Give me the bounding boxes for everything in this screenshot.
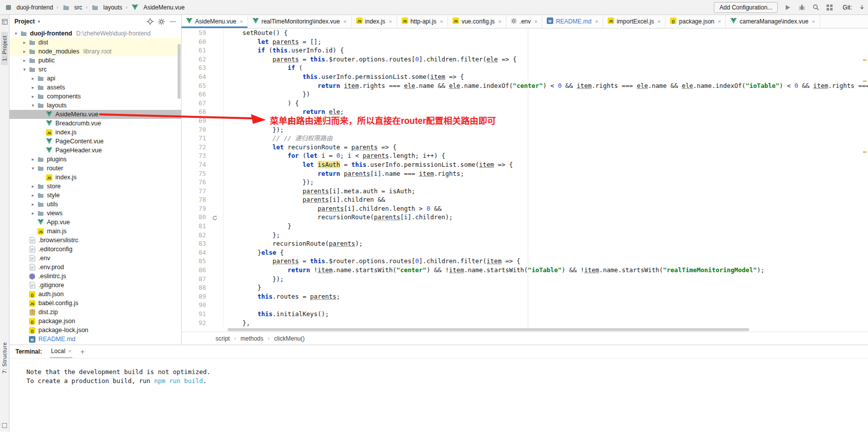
locate-file-icon[interactable] — [146, 17, 154, 26]
tab-.env[interactable]: .env× — [506, 15, 542, 28]
terminal-output[interactable]: Note that the development build is not o… — [9, 359, 868, 432]
code-line[interactable]: 71 // // 递归权限路由 — [182, 134, 868, 143]
breadcrumb-methods[interactable]: methods — [240, 335, 263, 342]
gear-icon[interactable] — [157, 17, 166, 26]
tree-item-style[interactable]: ▸style — [9, 191, 181, 200]
project-panel-title[interactable]: Project — [14, 18, 35, 25]
code-line[interactable]: 87 }); — [182, 275, 868, 284]
chevron-expanded-icon[interactable]: ▾ — [29, 166, 36, 171]
close-icon[interactable]: × — [595, 18, 598, 24]
code-line[interactable]: 92 }, — [182, 319, 868, 328]
chevron-collapsed-icon[interactable]: ▸ — [29, 157, 36, 162]
inspection-mark[interactable] — [863, 151, 867, 153]
tab-importExcel.js[interactable]: JSimportExcel.js× — [603, 15, 665, 28]
code-line[interactable]: 61 if (this.userInfo.id) { — [182, 46, 868, 55]
inspection-mark[interactable] — [863, 80, 867, 82]
breadcrumb-project[interactable]: duoji-frontend — [3, 3, 54, 12]
tab-index.js[interactable]: JSindex.js× — [352, 15, 397, 28]
code-line[interactable]: 60 let parents = []; — [182, 37, 868, 46]
code-line[interactable]: 89 this.routes = parents; — [182, 292, 868, 301]
code-line[interactable]: 69 } — [182, 116, 868, 125]
tree-item-babel.config.js[interactable]: JSbabel.config.js — [9, 299, 181, 308]
terminal-tab-local[interactable]: Local × — [50, 345, 72, 358]
tree-item-auth.json[interactable]: {}auth.json — [9, 290, 181, 299]
code-line[interactable]: 77 parents[i].meta.auth = isAuth; — [182, 187, 868, 196]
breadcrumb-layouts[interactable]: layouts — [90, 3, 123, 12]
tree-item-AsideMenu.vue[interactable]: AsideMenu.vue — [9, 110, 181, 119]
search-everywhere-icon[interactable] — [812, 3, 820, 11]
chevron-expanded-icon[interactable]: ▾ — [12, 31, 19, 36]
tree-item-PageContent.vue[interactable]: PageContent.vue — [9, 137, 181, 146]
tree-item-Breadcrumb.vue[interactable]: Breadcrumb.vue — [9, 119, 181, 128]
tree-item-.env[interactable]: .env — [9, 254, 181, 263]
add-configuration-button[interactable]: Add Configuration... — [714, 2, 778, 13]
close-icon[interactable]: × — [812, 18, 815, 24]
tree-item-public[interactable]: ▸public — [9, 56, 181, 65]
code-line[interactable]: 73 for (let i = 0; i < parents.length; i… — [182, 151, 868, 160]
tool-tab-structure[interactable]: 7: Structure — [1, 342, 7, 374]
breadcrumb-method-name[interactable]: clickMenu() — [274, 335, 304, 342]
tree-item-src[interactable]: ▾src — [9, 65, 181, 74]
code-line[interactable]: 75 return parents[i].name === item.right… — [182, 169, 868, 178]
code-line[interactable]: 59 setRoute() { — [182, 28, 868, 37]
code-line[interactable]: 64 this.userInfo.permissionList.some(ite… — [182, 72, 868, 81]
close-icon[interactable]: × — [389, 18, 392, 24]
code-line[interactable]: 81 } — [182, 222, 868, 231]
new-terminal-session-button[interactable]: + — [80, 348, 84, 356]
tree-item-router[interactable]: ▾router — [9, 164, 181, 173]
window-switcher-icon[interactable] — [0, 17, 8, 25]
code-line[interactable]: 67 ) { — [182, 99, 868, 108]
breadcrumb-file[interactable]: AsideMenu.vue — [130, 3, 186, 12]
tree-item-PageHeader.vue[interactable]: PageHeader.vue — [9, 146, 181, 155]
code-line[interactable]: 65 return item.rights === ele.name && el… — [182, 81, 868, 90]
tree-item-utils[interactable]: ▸utils — [9, 200, 181, 209]
tool-windows-icon[interactable] — [826, 3, 834, 11]
tree-item-layouts[interactable]: ▾layouts — [9, 101, 181, 110]
chevron-collapsed-icon[interactable]: ▸ — [21, 40, 28, 45]
close-icon[interactable]: × — [657, 18, 660, 24]
code-line[interactable]: 79 parents[i].children.length > 0 && — [182, 204, 868, 213]
tree-item-index.js[interactable]: JSindex.js — [9, 128, 181, 137]
tab-http-api.js[interactable]: JShttp-api.js× — [397, 15, 448, 28]
tree-item-components[interactable]: ▸components — [9, 92, 181, 101]
project-scrollbar[interactable] — [178, 44, 181, 99]
chevron-collapsed-icon[interactable]: ▸ — [29, 94, 36, 99]
run-icon[interactable] — [784, 3, 792, 11]
chevron-collapsed-icon[interactable]: ▸ — [29, 211, 36, 216]
hide-windows-icon[interactable] — [0, 422, 8, 430]
debug-bug-icon[interactable] — [798, 3, 806, 11]
code-line[interactable]: 70 }); — [182, 125, 868, 134]
chevron-collapsed-icon[interactable]: ▸ — [29, 85, 36, 90]
breadcrumb-src[interactable]: src — [61, 3, 83, 12]
chevron-collapsed-icon[interactable]: ▸ — [21, 49, 28, 54]
tree-item-dist.zip[interactable]: dist.zip — [9, 308, 181, 317]
code-line[interactable]: 74 let isAuth = this.userInfo.permission… — [182, 160, 868, 169]
tree-item-App.vue[interactable]: App.vue — [9, 218, 181, 227]
code-line[interactable]: 66 }) — [182, 90, 868, 99]
tree-item-api[interactable]: ▸api — [9, 74, 181, 83]
chevron-collapsed-icon[interactable]: ▸ — [29, 193, 36, 198]
tree-item-package.json[interactable]: {}package.json — [9, 317, 181, 326]
tab-cameraManage\index.vue[interactable]: cameraManage\index.vue× — [726, 15, 820, 28]
tool-tab-project[interactable]: 1: Project — [1, 31, 8, 65]
code-line[interactable]: 90 — [182, 301, 868, 310]
chevron-collapsed-icon[interactable]: ▸ — [29, 202, 36, 207]
tree-item-.editorconfig[interactable]: .editorconfig — [9, 245, 181, 254]
close-icon[interactable]: × — [498, 18, 501, 24]
tree-item-README.md[interactable]: MREADME.md — [9, 335, 181, 344]
close-icon[interactable]: × — [240, 18, 243, 24]
tab-vue.config.js[interactable]: JSvue.config.js× — [448, 15, 506, 28]
tree-item-.env.prod[interactable]: .env.prod — [9, 263, 181, 272]
tab-package.json[interactable]: {}package.json× — [665, 15, 726, 28]
code-line[interactable]: 80 recursionRoute(parents[i].children); — [182, 213, 868, 222]
chevron-collapsed-icon[interactable]: ▸ — [21, 58, 28, 63]
code-line[interactable]: 86 return !item.name.startsWith("center"… — [182, 266, 868, 275]
tab-realTimeMonitoring\index.vue[interactable]: realTimeMonitoring\index.vue× — [248, 15, 351, 28]
chevron-down-icon[interactable]: ▾ — [38, 19, 40, 24]
close-icon[interactable]: × — [68, 348, 71, 354]
chevron-collapsed-icon[interactable]: ▸ — [29, 76, 36, 81]
code-line[interactable]: 85 parents = this.$router.options.routes… — [182, 257, 868, 266]
close-icon[interactable]: × — [534, 18, 537, 24]
tree-item-dist[interactable]: ▸dist — [9, 38, 181, 47]
code-line[interactable]: 82 }; — [182, 231, 868, 240]
